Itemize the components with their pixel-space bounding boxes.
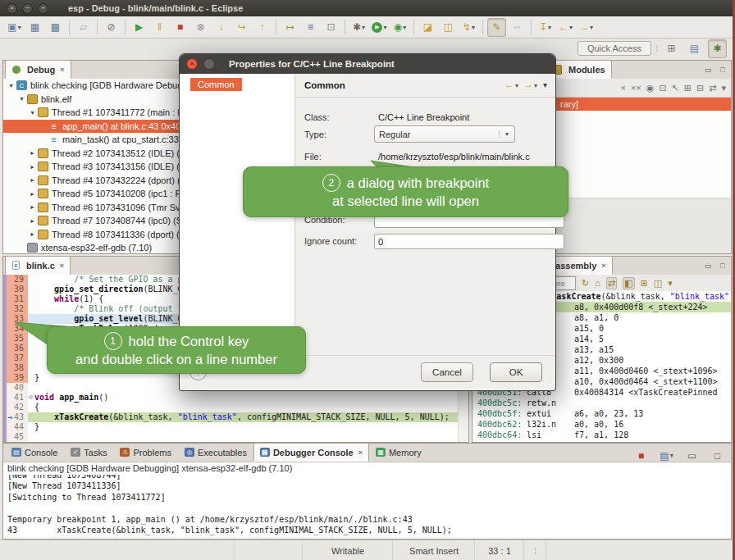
debug-button[interactable]: ✱▾ [349, 18, 368, 37]
disassembly-instruction[interactable]: 400dbc5f:extuia6, a0, 23, 13 [472, 408, 731, 419]
refresh-icon[interactable]: ↻ [582, 278, 589, 289]
suspend-button[interactable]: ‖ [150, 18, 169, 37]
flash-button[interactable]: ↯▾ [459, 18, 478, 37]
open-perspective-button[interactable]: ⊞ [662, 39, 681, 58]
disassembly-instruction[interactable]: 400dbc64:lsif7, a1, 128 [472, 430, 731, 440]
line-number[interactable]: 40 [3, 383, 28, 393]
new-view-icon[interactable]: ⊞ [641, 278, 648, 289]
disassembly-instruction[interactable]: 400dbc67:blta0, a7, 0x400dbc81 <__adddf3… [472, 440, 731, 442]
cancel-button[interactable]: Cancel [421, 362, 473, 382]
step-filters-button[interactable]: ⊡ [322, 18, 340, 37]
load-symbols-icon[interactable]: ⊡ [659, 83, 666, 93]
minimize-icon[interactable]: ▭ [701, 259, 714, 271]
editor-line-43[interactable]: 43→ xTaskCreate(&blink_task, "blink_task… [3, 412, 468, 422]
type-dropdown[interactable]: Regular ▾ [374, 125, 515, 143]
expand-icon[interactable]: ▸ [28, 190, 37, 198]
step-over-button[interactable]: ↪ [232, 18, 251, 37]
view-menu-icon[interactable]: ▾ [668, 278, 673, 289]
maximize-icon[interactable]: □ [716, 259, 729, 271]
editor-line-42[interactable]: 42{ [3, 403, 468, 412]
save-all-button[interactable]: ▩ [46, 18, 65, 37]
ignore-count-input[interactable] [374, 234, 564, 249]
disassembly-instruction[interactable]: 400dbc62:l32i.na0, a0, 16 [472, 419, 731, 430]
line-number[interactable]: 34 [3, 324, 28, 334]
link-view-icon[interactable]: ⇄ [709, 83, 716, 93]
line-number[interactable]: 36 [3, 344, 28, 353]
collapse-all-icon[interactable]: ⊟ [696, 83, 704, 93]
open-project-button[interactable]: ◫ [439, 18, 458, 37]
line-number[interactable]: 31 [3, 294, 28, 304]
line-number[interactable]: 41 [3, 393, 28, 403]
home-icon[interactable]: ⌂ [595, 278, 600, 288]
collapse-icon[interactable]: ▾ [7, 82, 16, 89]
window-maximize-icon[interactable]: + [38, 3, 48, 14]
close-icon[interactable]: × [601, 262, 605, 270]
mark-occurrences-button[interactable]: ✎ [487, 18, 506, 37]
expand-icon[interactable]: ▸ [28, 203, 37, 211]
back-button[interactable]: ←▾ [556, 18, 575, 37]
tab-memory[interactable]: ▦Memory [369, 443, 428, 462]
window-close-icon[interactable]: × [7, 3, 17, 14]
line-number[interactable]: 33 [3, 314, 28, 324]
line-number[interactable]: 37 [3, 353, 28, 363]
step-return-button[interactable]: ↑ [253, 18, 272, 37]
resume-button[interactable]: ▶ [130, 18, 148, 37]
quick-access-box[interactable]: Quick Access [578, 41, 651, 56]
view-menu-icon[interactable]: ▾ [721, 83, 726, 93]
editor-line-45[interactable]: 45 [3, 432, 468, 442]
forward-icon[interactable]: →▾ [523, 79, 537, 90]
sync-selection-icon[interactable]: ⇄ [606, 277, 617, 289]
run-button[interactable]: ▶▾ [370, 18, 389, 37]
forward-button[interactable]: →▾ [577, 18, 596, 37]
show-source-icon[interactable]: ◧ [623, 277, 634, 289]
line-number[interactable]: 32 [3, 304, 28, 314]
last-edit-location-button[interactable]: ↧▾ [536, 18, 555, 37]
view-menu-icon[interactable]: ▾ [543, 80, 547, 89]
expand-icon[interactable]: ▸ [28, 163, 37, 171]
line-number[interactable]: 35 [3, 334, 28, 344]
line-number[interactable]: 39 [3, 373, 28, 383]
tab-executables[interactable]: ◎Executables [178, 443, 253, 462]
symbols-icon[interactable]: ◉ [646, 83, 655, 93]
new-button[interactable]: ▣▾ [5, 18, 24, 37]
expand-icon[interactable]: ▸ [28, 217, 37, 225]
new-binary-button[interactable]: ▱ [74, 18, 93, 37]
dialog-close-icon[interactable]: × [186, 58, 198, 70]
line-number[interactable]: 42 [3, 403, 28, 412]
modules-selected-row[interactable]: rary] [542, 98, 731, 111]
editor-line-41[interactable]: 41⊖void app_main() [3, 393, 468, 403]
disassembly-instruction[interactable]: 400dbc5c:retw.n [472, 398, 731, 408]
fold-icon[interactable]: ⊖ [29, 394, 33, 402]
tab-debugger-console[interactable]: ▤Debugger Console× [253, 443, 369, 462]
remove-icon[interactable]: × [620, 83, 625, 93]
maximize-icon[interactable]: □ [716, 63, 729, 75]
expand-icon[interactable]: ▸ [28, 176, 37, 184]
cpp-perspective-button[interactable]: ▤ [685, 39, 704, 58]
step-into-button[interactable]: ↓ [212, 18, 231, 37]
expand-icon[interactable]: ▸ [28, 230, 37, 238]
save-button[interactable]: ▦ [25, 18, 44, 37]
line-number[interactable]: 38 [3, 363, 28, 373]
expand-icon[interactable]: ▸ [28, 149, 37, 157]
line-number[interactable]: 30 [3, 285, 28, 294]
pin-icon[interactable]: ◫ [654, 278, 662, 289]
tab-tasks[interactable]: ✓Tasks [64, 443, 113, 462]
line-number[interactable]: 29 [3, 275, 28, 285]
open-folder-button[interactable]: ◪ [418, 18, 437, 37]
window-minimize-icon[interactable]: − [22, 3, 33, 14]
collapse-icon[interactable]: ▾ [17, 95, 26, 102]
instruction-stepping-mode-button[interactable]: ≡ [301, 18, 320, 37]
pointer-icon[interactable]: ↖ [672, 83, 679, 93]
next-annotation-button[interactable]: ◦◦ [508, 18, 527, 37]
line-number[interactable]: 44 [3, 422, 28, 432]
close-icon[interactable]: × [60, 262, 64, 270]
remove-all-icon[interactable]: ×× [631, 83, 641, 93]
skip-all-breakpoints-button[interactable]: ⊘ [102, 18, 121, 37]
sidebar-item-common[interactable]: Common [190, 78, 242, 91]
tab-console[interactable]: ▤Console [5, 443, 64, 462]
debug-perspective-button[interactable]: ✱ [708, 39, 727, 58]
disconnect-button[interactable]: ⊗ [191, 18, 210, 37]
instruction-step-button[interactable]: ↦ [281, 18, 299, 37]
back-icon[interactable]: ←▾ [504, 79, 518, 90]
tab-problems[interactable]: ⚠Problems [113, 443, 177, 462]
